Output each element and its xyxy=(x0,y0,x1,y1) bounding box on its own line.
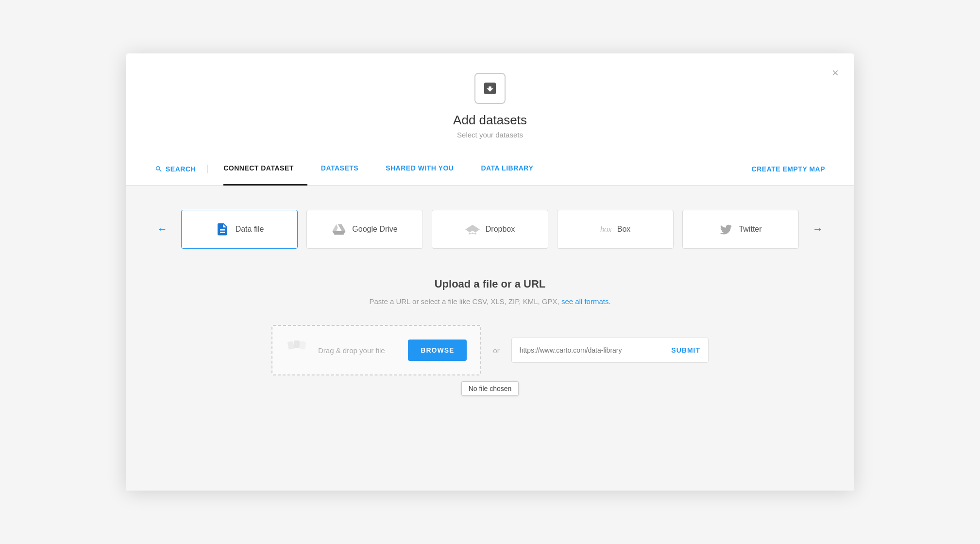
search-label: SEARCH xyxy=(166,165,196,173)
see-all-formats-link[interactable]: see all formats. xyxy=(561,297,611,306)
connector-label-twitter: Twitter xyxy=(739,225,761,234)
tab-connect-dataset[interactable]: CONNECT DATASET xyxy=(223,153,307,186)
box-icon: box xyxy=(600,224,611,235)
prev-arrow-button[interactable]: ← xyxy=(153,219,171,239)
svg-rect-0 xyxy=(287,341,295,350)
twitter-icon xyxy=(719,222,733,236)
create-empty-map-button[interactable]: CREATE EMPTY MAP xyxy=(752,165,825,173)
upload-desc-text: Paste a URL or select a file like CSV, X… xyxy=(369,297,559,306)
upload-area: Drag & drop your file BROWSE or SUBMIT xyxy=(271,325,709,375)
modal-title: Add datasets xyxy=(453,113,527,128)
upload-title: Upload a file or a URL xyxy=(435,278,546,290)
connector-cards: Data file Google Drive xyxy=(181,210,799,249)
url-input[interactable] xyxy=(520,346,672,354)
no-file-chosen-tooltip: No file chosen xyxy=(461,381,519,396)
import-icon xyxy=(482,81,498,96)
drop-zone[interactable]: Drag & drop your file BROWSE xyxy=(271,325,481,375)
drop-text: Drag & drop your file xyxy=(318,346,399,355)
or-separator: or xyxy=(493,346,499,355)
url-input-box: SUBMIT xyxy=(511,338,709,363)
connector-card-box[interactable]: box Box xyxy=(557,210,674,249)
connector-label-dropbox: Dropbox xyxy=(486,225,515,234)
connector-row: ← Data file xyxy=(126,186,854,268)
tab-datasets[interactable]: DATASETS xyxy=(307,153,372,186)
connector-label-data-file: Data file xyxy=(236,225,264,234)
connector-card-twitter[interactable]: Twitter xyxy=(682,210,799,249)
browse-button[interactable]: BROWSE xyxy=(408,340,467,361)
drop-icon xyxy=(286,338,309,363)
search-nav-item[interactable]: SEARCH xyxy=(155,165,208,173)
datafile-icon xyxy=(215,222,230,237)
connector-label-google-drive: Google Drive xyxy=(352,225,397,234)
svg-rect-2 xyxy=(299,341,306,350)
no-file-tooltip-row: No file chosen xyxy=(461,377,519,396)
connector-card-google-drive[interactable]: Google Drive xyxy=(306,210,423,249)
search-icon xyxy=(155,165,163,173)
header-icon-wrap xyxy=(474,73,506,104)
tab-data-library[interactable]: DATA LIBRARY xyxy=(467,153,547,186)
modal-subtitle: Select your datasets xyxy=(457,131,523,139)
main-content: ← Data file xyxy=(126,186,854,491)
modal-header: Add datasets Select your datasets xyxy=(126,53,854,153)
connector-card-dropbox[interactable]: Dropbox xyxy=(432,210,548,249)
upload-description: Paste a URL or select a file like CSV, X… xyxy=(369,297,610,306)
tab-shared-with-you[interactable]: SHARED WITH YOU xyxy=(372,153,467,186)
connector-card-data-file[interactable]: Data file xyxy=(181,210,298,249)
gdrive-icon xyxy=(332,222,346,237)
add-datasets-modal: × Add datasets Select your datasets SEAR… xyxy=(126,53,854,491)
close-button[interactable]: × xyxy=(832,67,839,79)
connector-label-box: Box xyxy=(617,225,631,234)
dropbox-icon xyxy=(465,222,480,237)
submit-button[interactable]: SUBMIT xyxy=(671,346,700,354)
next-arrow-button[interactable]: → xyxy=(809,219,827,239)
upload-section: Upload a file or a URL Paste a URL or se… xyxy=(126,268,854,425)
nav-bar: SEARCH CONNECT DATASET DATASETS SHARED W… xyxy=(126,153,854,186)
svg-rect-1 xyxy=(294,340,300,348)
